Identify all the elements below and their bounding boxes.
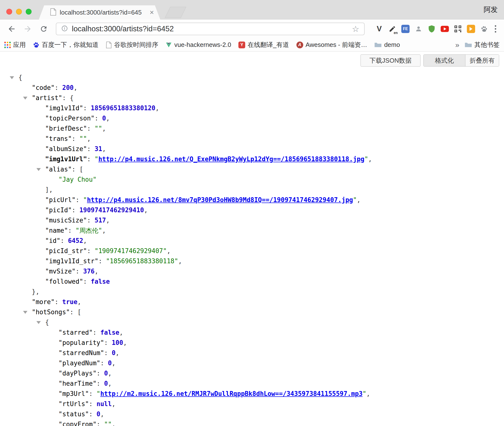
json-line: }, xyxy=(0,287,504,297)
json-token: "musicSize" xyxy=(45,217,87,224)
ext-fe-icon[interactable]: FE xyxy=(401,24,410,34)
address-bar[interactable]: localhost:3000/artists?id=6452 ☆ xyxy=(56,23,365,35)
browser-tab[interactable]: localhost:3000/artists?id=645 × xyxy=(39,5,160,19)
json-token: "18569651883380118" xyxy=(106,257,178,265)
browser-toolbar: localhost:3000/artists?id=6452 ☆ V en FE xyxy=(0,19,504,38)
ext-vimium-icon[interactable]: V xyxy=(374,24,384,34)
profile-name[interactable]: 阿发 xyxy=(484,5,498,15)
json-token: , xyxy=(83,237,87,244)
json-token: true xyxy=(62,298,77,306)
json-token: : xyxy=(89,400,96,408)
ext-paw-icon[interactable] xyxy=(479,24,489,34)
bookmark-demo-folder[interactable]: demo xyxy=(374,41,400,49)
json-token: : [ xyxy=(72,166,83,173)
format-button[interactable]: 格式化 xyxy=(424,55,465,66)
forward-button[interactable] xyxy=(22,23,34,35)
new-tab-button[interactable] xyxy=(165,7,186,18)
collapse-toggle-icon[interactable] xyxy=(23,97,27,100)
view-mode-toggle: 格式化 折叠所有 xyxy=(423,54,499,67)
json-token: 0 xyxy=(104,380,108,387)
json-token: "id" xyxy=(45,237,60,244)
zoom-window-icon[interactable] xyxy=(26,9,32,15)
json-token: : xyxy=(104,339,112,346)
json-line: ], xyxy=(0,185,504,195)
back-button[interactable] xyxy=(6,23,17,35)
ext-translate-pen-icon[interactable]: en xyxy=(387,24,397,34)
json-token: : xyxy=(95,115,102,122)
json-token: , xyxy=(112,421,116,426)
json-line: "musicSize": 517, xyxy=(0,215,504,225)
tab-close-icon[interactable]: × xyxy=(150,9,154,16)
bookmarks-bar: 应用 百度一下，你就知道 谷歌按时间排序 vue-hackernews-2.0 … xyxy=(0,38,504,51)
json-token: 18569651883380120 xyxy=(91,104,155,112)
ext-player-icon[interactable] xyxy=(466,24,476,34)
json-line: "playedNum": 0, xyxy=(0,358,504,368)
bookmark-baidu[interactable]: 百度一下，你就知道 xyxy=(33,41,99,49)
collapse-toggle-icon[interactable] xyxy=(23,311,27,314)
json-token: , xyxy=(106,217,110,224)
json-token: " xyxy=(83,196,87,204)
json-line: "Jay Chou" xyxy=(0,174,504,185)
json-token: , xyxy=(178,257,182,265)
json-token: " xyxy=(364,155,368,163)
json-token: : xyxy=(87,125,94,132)
json-token: : xyxy=(72,135,79,142)
ext-qrcode-icon[interactable] xyxy=(453,24,463,34)
json-line: "picId": 19097417462929410, xyxy=(0,205,504,215)
awesomes-icon: A xyxy=(296,42,303,48)
bookmark-awesomes[interactable]: A Awesomes - 前端资… xyxy=(296,41,367,49)
json-token: , xyxy=(108,380,112,387)
json-line: "mvSize": 376, xyxy=(0,266,504,276)
page-info-icon[interactable] xyxy=(61,25,68,33)
json-link[interactable]: http://p4.music.126.net/Q_ExePNkmgB2yWyL… xyxy=(98,155,364,163)
json-token: 0 xyxy=(97,410,101,418)
ext-youtube-icon[interactable] xyxy=(440,24,450,34)
json-token: }, xyxy=(32,288,39,295)
json-token: : xyxy=(72,206,79,214)
minimize-window-icon[interactable] xyxy=(16,9,22,15)
bookmark-youdao[interactable]: Y 在线翻译_有道 xyxy=(238,41,289,49)
close-window-icon[interactable] xyxy=(6,9,12,15)
json-link[interactable]: http://p4.music.126.net/8mv7qP30Pd3oHW8b… xyxy=(87,196,353,204)
json-token: 0 xyxy=(104,370,108,377)
json-token: : xyxy=(87,247,94,255)
collapse-toggle-icon[interactable] xyxy=(36,168,41,171)
json-token: : xyxy=(104,349,112,357)
ext-shield-icon[interactable] xyxy=(427,24,437,34)
json-token: , xyxy=(123,339,127,346)
json-line: { xyxy=(0,317,504,327)
json-line: "copyFrom": "", xyxy=(0,419,504,426)
youdao-icon: Y xyxy=(238,42,245,48)
json-token: "alias" xyxy=(45,166,72,173)
download-json-button[interactable]: 下载JSON数据 xyxy=(361,54,420,67)
json-token: , xyxy=(74,84,77,91)
browser-menu-icon[interactable] xyxy=(493,25,498,33)
json-line: "briefDesc": "", xyxy=(0,123,504,134)
json-line: "name": "周杰伦", xyxy=(0,225,504,236)
bookmarks-overflow-chevron[interactable]: » xyxy=(455,41,459,49)
bookmark-google-sort[interactable]: 谷歌按时间排序 xyxy=(106,41,158,49)
json-token: "img1v1Id" xyxy=(45,104,83,112)
other-bookmarks-folder[interactable]: 其他书签 xyxy=(465,41,500,49)
json-token: , xyxy=(112,359,116,367)
json-token: 517 xyxy=(95,217,106,224)
bookmark-vue-hackernews[interactable]: vue-hackernews-2.0 xyxy=(166,41,231,49)
reload-button[interactable] xyxy=(38,23,50,35)
json-link[interactable]: http://m2.music.126.net/RMJR7wDullRqppBk… xyxy=(100,390,362,397)
page-icon xyxy=(106,42,112,48)
json-token: 19097417462929410 xyxy=(79,206,144,214)
json-token: , xyxy=(102,125,106,132)
json-token: : xyxy=(83,104,91,112)
json-token: : xyxy=(68,227,76,234)
collapse-toggle-icon[interactable] xyxy=(10,76,14,79)
json-line: "trans": "", xyxy=(0,134,504,144)
bookmark-star-icon[interactable]: ☆ xyxy=(352,25,359,33)
collapse-all-button[interactable]: 折叠所有 xyxy=(465,55,499,66)
json-token: "albumSize" xyxy=(45,145,87,153)
collapse-toggle-icon[interactable] xyxy=(36,321,41,324)
json-token: : [ xyxy=(70,308,81,316)
json-token: , xyxy=(102,145,106,153)
ext-person-icon[interactable] xyxy=(414,24,423,34)
bookmark-apps[interactable]: 应用 xyxy=(4,41,26,49)
json-line: "topicPerson": 0, xyxy=(0,113,504,123)
